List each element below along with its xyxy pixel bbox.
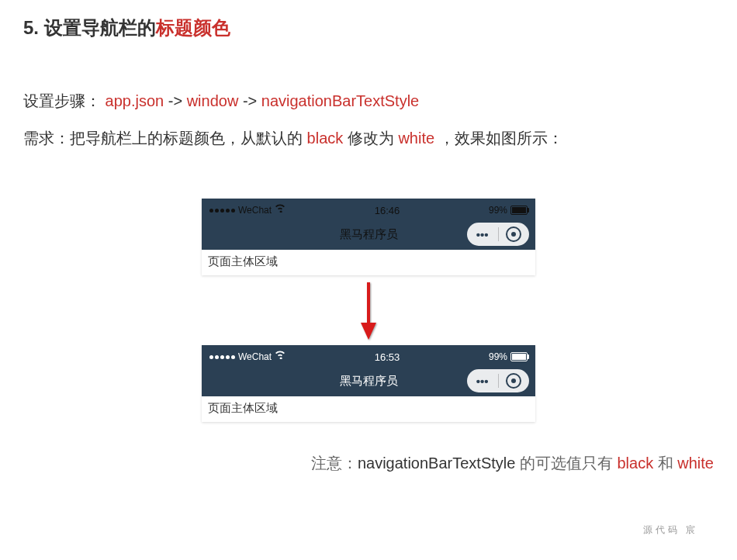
section-heading: 5. 设置导航栏的标题颜色 <box>23 16 714 40</box>
capsule-button[interactable]: ••• <box>467 369 529 392</box>
comparison-figure: WeChat 16:46 99% 黑马程序员 ••• <box>23 199 714 422</box>
status-right: 99% <box>489 205 528 216</box>
capsule-button[interactable]: ••• <box>467 223 529 246</box>
status-left: WeChat <box>209 351 285 362</box>
status-bar-after: WeChat 16:53 99% <box>202 345 535 365</box>
step-arrow2: -> <box>238 92 261 109</box>
nav-bar-before: 黑马程序员 ••• <box>202 219 535 250</box>
req-black: black <box>307 130 344 147</box>
signal-dots-icon <box>209 355 235 359</box>
arrow-down <box>359 275 378 345</box>
heading-number: 5. <box>23 17 44 38</box>
battery-percent: 99% <box>489 205 507 216</box>
phone-after: WeChat 16:53 99% 黑马程序员 ••• <box>202 345 535 422</box>
wifi-icon <box>275 351 285 361</box>
battery-icon <box>510 352 528 361</box>
note-line: 注意：navigationBarTextStyle 的可选值只有 black 和… <box>23 453 714 474</box>
signal-dots-icon <box>209 209 235 213</box>
note-and: 和 <box>653 455 677 472</box>
step-appjson: app.json <box>106 92 164 109</box>
req-white: white <box>398 130 434 147</box>
time-before: 16:46 <box>375 205 400 216</box>
page-body-before: 页面主体区域 <box>202 250 535 275</box>
heading-pre: 设置导航栏的 <box>44 17 156 38</box>
watermark: 源代码 宸 <box>643 524 698 537</box>
battery-percent: 99% <box>489 351 507 362</box>
carrier-label: WeChat <box>238 351 272 362</box>
time-after: 16:53 <box>375 351 400 363</box>
step-arrow1: -> <box>164 92 186 109</box>
step-navkey: navigationBarTextStyle <box>261 92 419 109</box>
capsule-menu-icon: ••• <box>467 375 498 388</box>
nav-title-after: 黑马程序员 <box>340 374 398 389</box>
note-key: navigationBarTextStyle <box>358 455 515 472</box>
battery-icon <box>510 206 528 215</box>
svg-marker-1 <box>361 323 376 340</box>
note-black: black <box>617 455 653 472</box>
capsule-close-icon <box>499 373 530 389</box>
steps-label: 设置步骤： <box>23 92 101 109</box>
carrier-label: WeChat <box>238 205 272 216</box>
heading-highlight: 标题颜色 <box>156 17 230 38</box>
note-white: white <box>677 455 714 472</box>
req-post: ，效果如图所示： <box>434 130 563 147</box>
nav-title-before: 黑马程序员 <box>340 227 398 242</box>
page-body-after: 页面主体区域 <box>202 396 535 422</box>
req-pre: 需求：把导航栏上的标题颜色，从默认的 <box>23 130 307 147</box>
req-mid: 修改为 <box>343 130 398 147</box>
wifi-icon <box>275 204 285 215</box>
capsule-menu-icon: ••• <box>467 228 498 241</box>
requirement-line: 需求：把导航栏上的标题颜色，从默认的 black 修改为 white ，效果如图… <box>23 124 714 152</box>
status-bar-before: WeChat 16:46 99% <box>202 199 535 219</box>
steps-line: 设置步骤： app.json -> window -> navigationBa… <box>23 87 714 115</box>
status-left: WeChat <box>209 205 285 216</box>
nav-bar-after: 黑马程序员 ••• <box>202 365 535 396</box>
step-window: window <box>187 92 239 109</box>
status-right: 99% <box>489 351 528 362</box>
note-mid: 的可选值只有 <box>515 455 617 472</box>
note-label: 注意： <box>311 455 358 472</box>
arrow-down-icon <box>359 279 378 341</box>
phone-before: WeChat 16:46 99% 黑马程序员 ••• <box>202 199 535 275</box>
capsule-close-icon <box>499 226 530 242</box>
